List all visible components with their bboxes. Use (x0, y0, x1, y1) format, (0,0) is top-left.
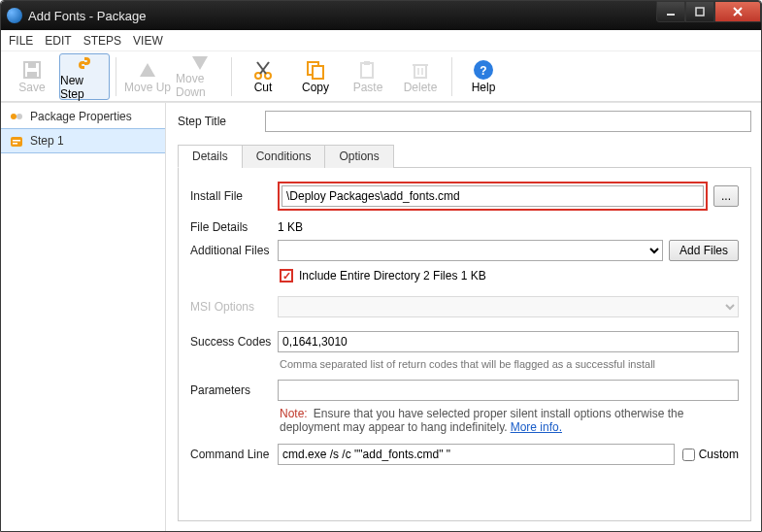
maximize-button[interactable] (685, 1, 714, 22)
step-icon (9, 133, 24, 149)
delete-button: Delete (395, 53, 446, 100)
copy-label: Copy (302, 81, 329, 94)
svg-rect-13 (313, 66, 323, 79)
trash-icon (410, 59, 431, 81)
svg-rect-16 (414, 65, 426, 78)
sidebar-item-label: Package Properties (30, 110, 132, 123)
help-label: Help (472, 81, 496, 94)
svg-rect-14 (361, 63, 373, 78)
save-label: Save (18, 81, 45, 94)
svg-point-22 (11, 114, 17, 119)
parameters-note: Note: Ensure that you have selected prop… (280, 407, 739, 434)
menu-view[interactable]: VIEW (133, 34, 163, 48)
browse-button[interactable]: ... (713, 185, 739, 207)
additional-files-row: Additional Files Add Files (190, 240, 739, 261)
tab-conditions[interactable]: Conditions (242, 145, 326, 168)
cut-icon (252, 59, 274, 81)
paste-label: Paste (353, 81, 383, 94)
msi-options-label: MSI Options (190, 300, 278, 314)
add-files-button[interactable]: Add Files (669, 240, 739, 261)
success-codes-input[interactable] (278, 331, 739, 352)
menu-edit[interactable]: EDIT (45, 34, 71, 48)
main-panel: Step Title Details Conditions Options In… (166, 103, 761, 531)
minimize-button[interactable] (656, 1, 685, 22)
menubar: FILE EDIT STEPS VIEW (1, 30, 761, 51)
msi-options-select (278, 296, 739, 317)
sidebar-item-label: Step 1 (30, 134, 64, 148)
install-file-highlight (278, 182, 708, 211)
command-line-label: Command Line (190, 448, 278, 461)
custom-label: Custom (699, 448, 739, 461)
arrow-down-icon (189, 54, 211, 72)
svg-rect-15 (364, 61, 370, 65)
custom-checkbox[interactable] (682, 449, 695, 461)
more-info-link[interactable]: More info. (511, 420, 562, 434)
window-controls (656, 1, 761, 22)
sidebar-item-package-properties[interactable]: Package Properties (1, 105, 165, 128)
move-up-label: Move Up (124, 81, 171, 94)
sidebar-item-step-1[interactable]: Step 1 (1, 128, 165, 153)
include-dir-row: ✓ Include Entire Directory 2 Files 1 KB (280, 269, 739, 283)
include-dir-checkbox[interactable]: ✓ (280, 269, 293, 283)
command-line-input[interactable] (278, 444, 675, 465)
file-details-row: File Details 1 KB (190, 220, 739, 234)
titlebar: Add Fonts - Package (1, 1, 761, 30)
tab-pane-details: Install File ... File Details 1 KB Addit… (178, 168, 751, 521)
file-details-label: File Details (190, 220, 278, 234)
app-window: Add Fonts - Package FILE EDIT STEPS VIEW… (0, 0, 762, 532)
link-icon (74, 52, 95, 74)
arrow-up-icon (137, 59, 158, 81)
paste-button: Paste (343, 53, 393, 100)
tab-options[interactable]: Options (324, 145, 393, 168)
move-up-button: Move Up (122, 53, 173, 100)
save-icon (21, 59, 43, 81)
menu-file[interactable]: FILE (9, 34, 33, 48)
new-step-label: New Step (60, 74, 109, 101)
command-line-row: Command Line Custom (190, 444, 739, 465)
move-down-label: Move Down (176, 72, 224, 99)
step-title-row: Step Title (178, 111, 751, 132)
include-dir-label: Include Entire Directory 2 Files 1 KB (299, 269, 486, 283)
additional-files-label: Additional Files (190, 244, 278, 257)
divider (116, 57, 116, 96)
new-step-button[interactable]: New Step (59, 53, 110, 100)
note-text: Ensure that you have selected proper sil… (280, 407, 683, 434)
move-down-button: Move Down (175, 53, 225, 100)
install-file-row: Install File ... (190, 182, 739, 211)
install-file-input[interactable] (282, 185, 704, 207)
step-title-label: Step Title (178, 115, 265, 128)
divider (451, 57, 452, 96)
msi-options-row: MSI Options (190, 296, 739, 317)
cut-label: Cut (254, 81, 273, 94)
delete-label: Delete (404, 81, 438, 94)
cut-button[interactable]: Cut (238, 53, 288, 100)
additional-files-select[interactable] (278, 240, 663, 261)
custom-wrap: Custom (682, 448, 739, 461)
svg-rect-5 (27, 72, 37, 77)
content-body: Package Properties Step 1 Step Title Det… (1, 102, 761, 531)
step-title-input[interactable] (265, 111, 751, 132)
app-icon (7, 8, 22, 23)
menu-steps[interactable]: STEPS (83, 34, 121, 48)
divider (231, 57, 232, 96)
parameters-input[interactable] (278, 380, 739, 401)
svg-rect-1 (696, 8, 704, 16)
svg-text:?: ? (480, 64, 486, 78)
tab-details[interactable]: Details (178, 145, 243, 168)
help-button[interactable]: ? Help (458, 53, 509, 100)
success-codes-row: Success Codes (190, 331, 739, 352)
svg-rect-24 (11, 137, 22, 147)
copy-button[interactable]: Copy (290, 53, 341, 100)
package-icon (9, 109, 24, 124)
close-button[interactable] (714, 1, 761, 22)
install-file-label: Install File (190, 189, 278, 203)
svg-rect-26 (13, 143, 17, 145)
success-codes-label: Success Codes (190, 335, 278, 349)
success-codes-help: Comma separated list of return codes tha… (280, 358, 739, 370)
svg-point-23 (17, 114, 22, 119)
parameters-label: Parameters (190, 383, 278, 397)
note-label: Note: (280, 407, 308, 420)
window-title: Add Fonts - Package (28, 9, 656, 23)
copy-icon (305, 59, 326, 81)
parameters-row: Parameters (190, 380, 739, 401)
